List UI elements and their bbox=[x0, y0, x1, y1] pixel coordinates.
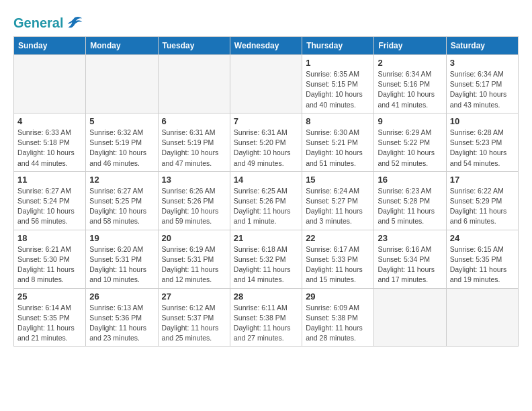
calendar-cell: 19Sunrise: 6:20 AM Sunset: 5:31 PM Dayli… bbox=[86, 230, 158, 288]
weekday-header-tuesday: Tuesday bbox=[158, 37, 230, 55]
weekday-header-saturday: Saturday bbox=[446, 37, 518, 55]
calendar-cell: 25Sunrise: 6:14 AM Sunset: 5:35 PM Dayli… bbox=[14, 288, 86, 347]
calendar-cell bbox=[446, 288, 518, 347]
header: General bbox=[13, 11, 519, 32]
day-number: 9 bbox=[378, 116, 442, 126]
calendar-cell: 20Sunrise: 6:19 AM Sunset: 5:31 PM Dayli… bbox=[158, 230, 230, 288]
day-number: 19 bbox=[89, 233, 154, 243]
calendar-cell: 1Sunrise: 6:35 AM Sunset: 5:15 PM Daylig… bbox=[302, 55, 374, 113]
week-row-4: 18Sunrise: 6:21 AM Sunset: 5:30 PM Dayli… bbox=[14, 230, 519, 288]
day-info: Sunrise: 6:23 AM Sunset: 5:28 PM Dayligh… bbox=[378, 186, 442, 227]
calendar-cell bbox=[14, 55, 86, 113]
weekday-header-friday: Friday bbox=[374, 37, 446, 55]
calendar-cell: 8Sunrise: 6:30 AM Sunset: 5:21 PM Daylig… bbox=[302, 113, 374, 171]
day-info: Sunrise: 6:17 AM Sunset: 5:33 PM Dayligh… bbox=[306, 244, 370, 285]
calendar-cell: 13Sunrise: 6:26 AM Sunset: 5:26 PM Dayli… bbox=[158, 171, 230, 230]
calendar-cell: 4Sunrise: 6:33 AM Sunset: 5:18 PM Daylig… bbox=[14, 113, 86, 171]
calendar-cell: 16Sunrise: 6:23 AM Sunset: 5:28 PM Dayli… bbox=[374, 171, 446, 230]
day-number: 18 bbox=[17, 233, 82, 243]
day-info: Sunrise: 6:09 AM Sunset: 5:38 PM Dayligh… bbox=[306, 303, 370, 344]
calendar-cell bbox=[86, 55, 158, 113]
day-info: Sunrise: 6:31 AM Sunset: 5:20 PM Dayligh… bbox=[234, 128, 298, 169]
calendar-cell: 5Sunrise: 6:32 AM Sunset: 5:19 PM Daylig… bbox=[86, 113, 158, 171]
day-info: Sunrise: 6:11 AM Sunset: 5:38 PM Dayligh… bbox=[234, 303, 298, 344]
day-info: Sunrise: 6:22 AM Sunset: 5:29 PM Dayligh… bbox=[450, 186, 515, 227]
day-info: Sunrise: 6:21 AM Sunset: 5:30 PM Dayligh… bbox=[17, 244, 82, 285]
week-row-1: 1Sunrise: 6:35 AM Sunset: 5:15 PM Daylig… bbox=[14, 55, 519, 113]
day-info: Sunrise: 6:18 AM Sunset: 5:32 PM Dayligh… bbox=[234, 244, 298, 285]
logo: General bbox=[13, 13, 83, 32]
calendar-header-row: SundayMondayTuesdayWednesdayThursdayFrid… bbox=[14, 37, 519, 55]
calendar-cell bbox=[230, 55, 302, 113]
day-number: 23 bbox=[378, 233, 442, 243]
calendar-cell: 21Sunrise: 6:18 AM Sunset: 5:32 PM Dayli… bbox=[230, 230, 302, 288]
week-row-2: 4Sunrise: 6:33 AM Sunset: 5:18 PM Daylig… bbox=[14, 113, 519, 171]
day-number: 27 bbox=[162, 291, 226, 302]
day-number: 25 bbox=[17, 291, 82, 302]
day-info: Sunrise: 6:20 AM Sunset: 5:31 PM Dayligh… bbox=[89, 244, 154, 285]
day-info: Sunrise: 6:28 AM Sunset: 5:23 PM Dayligh… bbox=[450, 128, 515, 169]
day-number: 24 bbox=[450, 233, 515, 243]
weekday-header-monday: Monday bbox=[86, 37, 158, 55]
calendar-cell bbox=[158, 55, 230, 113]
calendar-cell: 15Sunrise: 6:24 AM Sunset: 5:27 PM Dayli… bbox=[302, 171, 374, 230]
weekday-header-sunday: Sunday bbox=[14, 37, 86, 55]
day-number: 5 bbox=[89, 116, 154, 126]
calendar-cell: 3Sunrise: 6:34 AM Sunset: 5:17 PM Daylig… bbox=[446, 55, 518, 113]
day-number: 12 bbox=[89, 175, 154, 185]
day-info: Sunrise: 6:13 AM Sunset: 5:36 PM Dayligh… bbox=[89, 303, 154, 344]
calendar-cell: 26Sunrise: 6:13 AM Sunset: 5:36 PM Dayli… bbox=[86, 288, 158, 347]
day-number: 13 bbox=[162, 175, 226, 185]
day-info: Sunrise: 6:27 AM Sunset: 5:24 PM Dayligh… bbox=[17, 186, 82, 227]
day-info: Sunrise: 6:30 AM Sunset: 5:21 PM Dayligh… bbox=[306, 128, 370, 169]
day-info: Sunrise: 6:31 AM Sunset: 5:19 PM Dayligh… bbox=[162, 128, 226, 169]
day-info: Sunrise: 6:25 AM Sunset: 5:26 PM Dayligh… bbox=[234, 186, 298, 227]
day-number: 20 bbox=[162, 233, 226, 243]
calendar-cell: 29Sunrise: 6:09 AM Sunset: 5:38 PM Dayli… bbox=[302, 288, 374, 347]
logo-text: General bbox=[13, 15, 63, 30]
day-info: Sunrise: 6:29 AM Sunset: 5:22 PM Dayligh… bbox=[378, 128, 442, 169]
day-number: 2 bbox=[378, 58, 442, 68]
calendar-cell: 9Sunrise: 6:29 AM Sunset: 5:22 PM Daylig… bbox=[374, 113, 446, 171]
calendar-cell: 14Sunrise: 6:25 AM Sunset: 5:26 PM Dayli… bbox=[230, 171, 302, 230]
weekday-header-thursday: Thursday bbox=[302, 37, 374, 55]
day-number: 4 bbox=[17, 116, 82, 126]
calendar-cell: 18Sunrise: 6:21 AM Sunset: 5:30 PM Dayli… bbox=[14, 230, 86, 288]
day-number: 15 bbox=[306, 175, 370, 185]
day-info: Sunrise: 6:12 AM Sunset: 5:37 PM Dayligh… bbox=[162, 303, 226, 344]
day-number: 7 bbox=[234, 116, 298, 126]
calendar-cell: 17Sunrise: 6:22 AM Sunset: 5:29 PM Dayli… bbox=[446, 171, 518, 230]
day-info: Sunrise: 6:27 AM Sunset: 5:25 PM Dayligh… bbox=[89, 186, 154, 227]
day-number: 8 bbox=[306, 116, 370, 126]
calendar-body: 1Sunrise: 6:35 AM Sunset: 5:15 PM Daylig… bbox=[14, 55, 519, 347]
day-number: 10 bbox=[450, 116, 515, 126]
calendar-cell: 10Sunrise: 6:28 AM Sunset: 5:23 PM Dayli… bbox=[446, 113, 518, 171]
week-row-5: 25Sunrise: 6:14 AM Sunset: 5:35 PM Dayli… bbox=[14, 288, 519, 347]
calendar-cell bbox=[374, 288, 446, 347]
calendar-cell: 23Sunrise: 6:16 AM Sunset: 5:34 PM Dayli… bbox=[374, 230, 446, 288]
day-number: 17 bbox=[450, 175, 515, 185]
weekday-header-wednesday: Wednesday bbox=[230, 37, 302, 55]
day-info: Sunrise: 6:24 AM Sunset: 5:27 PM Dayligh… bbox=[306, 186, 370, 227]
day-number: 3 bbox=[450, 58, 515, 68]
day-number: 26 bbox=[89, 291, 154, 302]
day-info: Sunrise: 6:34 AM Sunset: 5:16 PM Dayligh… bbox=[378, 69, 442, 110]
day-info: Sunrise: 6:26 AM Sunset: 5:26 PM Dayligh… bbox=[162, 186, 226, 227]
day-number: 16 bbox=[378, 175, 442, 185]
calendar-cell: 6Sunrise: 6:31 AM Sunset: 5:19 PM Daylig… bbox=[158, 113, 230, 171]
day-info: Sunrise: 6:33 AM Sunset: 5:18 PM Dayligh… bbox=[17, 128, 82, 169]
day-info: Sunrise: 6:32 AM Sunset: 5:19 PM Dayligh… bbox=[89, 128, 154, 169]
day-info: Sunrise: 6:14 AM Sunset: 5:35 PM Dayligh… bbox=[17, 303, 82, 344]
logo-bird-icon bbox=[64, 13, 83, 32]
calendar-cell: 27Sunrise: 6:12 AM Sunset: 5:37 PM Dayli… bbox=[158, 288, 230, 347]
calendar-cell: 2Sunrise: 6:34 AM Sunset: 5:16 PM Daylig… bbox=[374, 55, 446, 113]
day-number: 22 bbox=[306, 233, 370, 243]
day-info: Sunrise: 6:15 AM Sunset: 5:35 PM Dayligh… bbox=[450, 244, 515, 285]
day-info: Sunrise: 6:34 AM Sunset: 5:17 PM Dayligh… bbox=[450, 69, 515, 110]
day-number: 11 bbox=[17, 175, 82, 185]
calendar-cell: 11Sunrise: 6:27 AM Sunset: 5:24 PM Dayli… bbox=[14, 171, 86, 230]
day-number: 1 bbox=[306, 58, 370, 68]
day-info: Sunrise: 6:35 AM Sunset: 5:15 PM Dayligh… bbox=[306, 69, 370, 110]
day-number: 21 bbox=[234, 233, 298, 243]
day-info: Sunrise: 6:16 AM Sunset: 5:34 PM Dayligh… bbox=[378, 244, 442, 285]
